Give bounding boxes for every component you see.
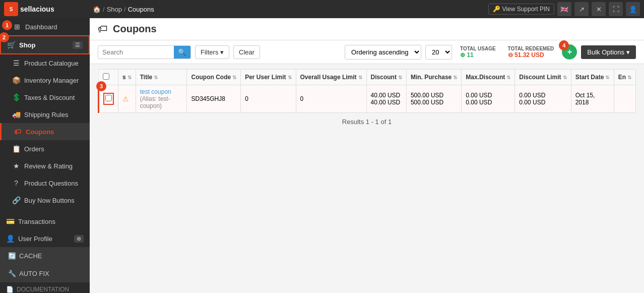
product-catalogue-icon: ☰ [12, 59, 20, 67]
td-status: ⚠ [118, 85, 136, 113]
sidebar-item-buy-now-buttons[interactable]: 🔗 Buy Now Buttons [0, 192, 90, 209]
autofix-icon: 🔧 [8, 270, 16, 277]
sidebar-user-profile-label: User Profile [18, 235, 52, 243]
sidebar-item-product-questions[interactable]: ? Product Questions [0, 174, 90, 192]
sidebar-coupons-label: Coupons [26, 128, 54, 136]
page-header: 🏷 Coupons [90, 18, 644, 40]
total-usage-value: ⊕ 11 [460, 51, 496, 58]
search-input[interactable] [98, 46, 174, 58]
logo-letter: S [10, 7, 13, 12]
th-coupon-code[interactable]: Coupon Code⇅ [187, 70, 241, 85]
th-overall-usage-limit[interactable]: Overall Usage Limit⇅ [296, 70, 366, 85]
total-redeemed-label: TOTAL REDEEMED [508, 46, 554, 51]
breadcrumb-shop[interactable]: Shop [107, 6, 122, 13]
th-min-purchase[interactable]: Min. Purchase⇅ [406, 70, 461, 85]
td-title: test coupon (Alias: test-coupon) [136, 85, 187, 113]
sidebar-item-inventory-manager[interactable]: 📦 Inventory Manager [0, 72, 90, 89]
page-title-icon: 🏷 [98, 23, 108, 35]
sidebar-review-label: Review & Rating [24, 162, 73, 170]
breadcrumb: 🏠 / Shop / Coupons [93, 6, 485, 13]
bulk-options-label: Bulk Options [587, 48, 624, 56]
documentation-label: DOCUMENTATION [17, 286, 69, 293]
sidebar-item-user-profile[interactable]: 👤 User Profile ⊕ [0, 230, 90, 247]
th-start-date[interactable]: Start Date⇅ [571, 70, 614, 85]
th-per-user-limit[interactable]: Per User Limit⇅ [241, 70, 296, 85]
user-profile-icon: 👤 [6, 235, 14, 243]
th-end-date[interactable]: En⇅ [614, 70, 635, 85]
inventory-icon: 📦 [12, 76, 20, 84]
sidebar-item-dashboard[interactable]: 1 ⊞ Dashboard [0, 18, 90, 35]
discount-line1: 40.00 USD [371, 92, 402, 99]
bulk-options-button[interactable]: Bulk Options ▾ [581, 45, 636, 59]
table-row: 3 ⚠ test coupon (Alias: test-coupon) SD3… [99, 85, 636, 113]
min-purchase-line1: 500.00 USD [411, 92, 457, 99]
sidebar-item-orders[interactable]: 📋 Orders [0, 140, 90, 157]
toolbar: 🔍 Filters ▾ Clear Ordering ascending 20 [90, 40, 644, 64]
td-checkbox[interactable]: 3 [99, 85, 118, 113]
top-navigation: S sellacious 🏠 / Shop / Coupons 🔑 View S… [0, 0, 644, 18]
flag-icon[interactable]: 🇬🇧 [557, 2, 571, 16]
sidebar-shipping-label: Shipping Rules [24, 111, 68, 119]
td-coupon-code: SD345GHJ8 [187, 85, 241, 113]
logo: S sellacious [4, 2, 90, 16]
sidebar-item-coupons[interactable]: 🏷 Coupons [0, 123, 90, 140]
coupons-table: s⇅ Title⇅ Coupon Code⇅ Per User Limit⇅ O… [98, 69, 636, 113]
sidebar-item-product-catalogue[interactable]: ☰ Product Catalogue [0, 54, 90, 72]
support-pin-button[interactable]: 🔑 View Support PIN [488, 4, 555, 15]
total-redeemed-value: ⊖ 51.32 USD [508, 51, 554, 58]
cache-button[interactable]: 🔄 CACHE [0, 247, 90, 265]
th-max-discount[interactable]: Max.Discount⇅ [462, 70, 515, 85]
autofix-button[interactable]: 🔧 AUTO FIX [0, 265, 90, 282]
badge-1: 1 [2, 20, 12, 30]
support-pin-icon: 🔑 [493, 6, 500, 13]
sidebar-shop-label: Shop [19, 41, 36, 49]
sidebar-orders-label: Orders [24, 145, 44, 153]
external-link-icon[interactable]: ↗ [574, 2, 589, 16]
user-icon[interactable]: 👤 [626, 2, 640, 16]
filters-wrapper: Filters ▾ [195, 45, 229, 59]
settings-icon[interactable]: ✕ [592, 2, 606, 16]
max-discount-line2: 0.00 USD [466, 99, 510, 106]
sidebar-item-shipping-rules[interactable]: 🚚 Shipping Rules [0, 106, 90, 123]
page-size-select: 20 [425, 45, 452, 60]
warning-icon: ⚠ [122, 95, 129, 103]
sidebar-dashboard-label: Dashboard [25, 23, 57, 31]
sidebar-item-transactions[interactable]: 💳 Transactions [0, 213, 90, 230]
cache-icon: 🔄 [8, 252, 16, 260]
sidebar-item-documentation[interactable]: 📄 DOCUMENTATION [0, 282, 90, 293]
sidebar-questions-label: Product Questions [24, 180, 78, 187]
sidebar-item-shop[interactable]: 2 🛒 Shop ☰ [0, 35, 90, 54]
td-per-user-limit: 0 [241, 85, 296, 113]
documentation-icon: 📄 [6, 286, 14, 293]
min-purchase-line2: 500.00 USD [411, 99, 457, 106]
max-discount-line1: 0.00 USD [466, 92, 510, 99]
breadcrumb-coupons: Coupons [128, 6, 154, 13]
discount-limit-line2: 0.00 USD [519, 99, 566, 106]
th-title[interactable]: Title⇅ [136, 70, 187, 85]
th-discount-limit[interactable]: Discount Limit⇅ [515, 70, 571, 85]
filters-label: Filters [201, 48, 218, 56]
discount-line2: 40.00 USD [371, 99, 402, 106]
clear-button[interactable]: Clear [233, 45, 260, 59]
home-icon[interactable]: 🏠 [93, 6, 101, 13]
filters-button[interactable]: Filters ▾ [195, 45, 229, 59]
shop-badge: ☰ [73, 41, 83, 49]
ordering-dropdown[interactable]: Ordering ascending [345, 45, 421, 60]
th-discount[interactable]: Discount⇅ [366, 70, 406, 85]
row-checkbox[interactable] [105, 95, 112, 101]
sidebar-product-catalogue-label: Product Catalogue [24, 60, 79, 67]
sidebar-item-review-rating[interactable]: ★ Review & Rating [0, 157, 90, 174]
th-status[interactable]: s⇅ [118, 70, 136, 85]
sidebar-item-taxes-discount[interactable]: 💲 Taxes & Discount [0, 89, 90, 106]
expand-icon[interactable]: ⛶ [609, 2, 623, 16]
select-all-checkbox[interactable] [103, 73, 109, 80]
discount-limit-line1: 0.00 USD [519, 92, 566, 99]
coupon-alias: (Alias: test-coupon) [140, 95, 170, 109]
buy-now-icon: 🔗 [12, 196, 20, 204]
coupon-link[interactable]: test coupon [140, 88, 171, 95]
badge-3: 3 [96, 81, 106, 91]
search-button[interactable]: 🔍 [174, 46, 190, 58]
taxes-icon: 💲 [12, 93, 20, 101]
logo-icon: S [4, 2, 18, 16]
page-size-dropdown[interactable]: 20 [425, 45, 452, 60]
